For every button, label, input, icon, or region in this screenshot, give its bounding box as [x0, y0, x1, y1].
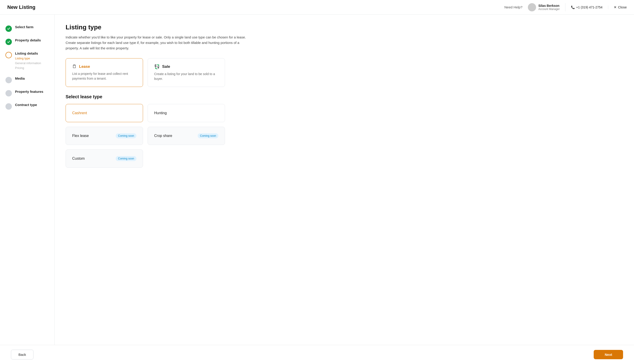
lease-type-card-hunting[interactable]: Hunting — [148, 104, 225, 122]
sidebar-item-select-farm-label: Select farm — [15, 25, 49, 29]
listing-type-cards: 🗒 Lease List a property for lease and co… — [66, 58, 623, 87]
close-icon: ✕ — [614, 5, 617, 9]
next-button[interactable]: Next — [594, 350, 623, 359]
sidebar-item-property-features-label: Property features — [15, 90, 49, 94]
listing-type-description: Indicate whether you'd like to like your… — [66, 34, 248, 51]
lease-icon: 🗒 — [72, 64, 77, 69]
user-role: Account Manager — [538, 8, 560, 11]
flex-lease-coming-soon-badge: Coming soon — [116, 133, 136, 138]
avatar — [528, 3, 536, 12]
sidebar-item-listing-details-content: Listing details Listing type General inf… — [15, 52, 49, 70]
page-title: New Listing — [7, 4, 35, 10]
sidebar-item-listing-details[interactable]: Listing details Listing type General inf… — [0, 48, 55, 73]
cashrent-label: Cashrent — [72, 111, 87, 115]
close-button[interactable]: ✕ Close — [614, 5, 627, 9]
sidebar-item-property-features-content: Property features — [15, 90, 49, 94]
sidebar-item-contract-type-content: Contract type — [15, 103, 49, 107]
lease-type-card-cashrent[interactable]: Cashrent — [66, 104, 143, 122]
phone-icon: 📞 — [571, 6, 575, 9]
sidebar-item-media-content: Media — [15, 76, 49, 80]
lease-card-title: Lease — [79, 64, 90, 69]
sidebar-sub-item-pricing[interactable]: Pricing — [15, 66, 49, 70]
listing-type-heading: Listing type — [66, 24, 623, 31]
user-details: Silas Berkson Account Manager — [538, 4, 560, 11]
phone-number: +1 (319) 471-2754 — [576, 6, 602, 9]
lease-single-row: Custom Coming soon — [66, 150, 623, 168]
close-label: Close — [618, 5, 627, 9]
sidebar-icon-contract-type — [6, 103, 12, 110]
sidebar-item-property-details-label: Property details — [15, 38, 49, 42]
crop-share-label: Crop share — [154, 134, 172, 138]
listing-type-card-sale[interactable]: 💱 Sale Create a listing for your land to… — [148, 58, 225, 87]
hunting-label: Hunting — [154, 111, 167, 115]
crop-share-coming-soon-badge: Coming soon — [198, 133, 218, 138]
sidebar-item-contract-type-label: Contract type — [15, 103, 49, 107]
flex-lease-label: Flex lease — [72, 134, 89, 138]
sidebar-sub-item-general-information[interactable]: General information — [15, 61, 49, 65]
sale-card-title: Sale — [162, 64, 170, 69]
custom-coming-soon-badge: Coming soon — [116, 156, 136, 161]
sidebar-icon-listing-details — [6, 52, 12, 58]
select-lease-type-heading: Select lease type — [66, 94, 623, 100]
header: New Listing Need Help? Silas Berkson Acc… — [0, 0, 634, 14]
sidebar-icon-property-features — [6, 90, 12, 96]
sidebar-sub-items-listing-details: Listing type General information Pricing — [15, 56, 49, 70]
lease-type-card-crop-share: Crop share Coming soon — [148, 127, 225, 145]
sale-icon: 💱 — [154, 64, 160, 70]
user-name: Silas Berkson — [538, 4, 560, 8]
lease-type-card-flex-lease: Flex lease Coming soon — [66, 127, 143, 145]
sidebar-item-property-features[interactable]: Property features — [0, 86, 55, 100]
sidebar-icon-property-details — [6, 39, 12, 45]
sidebar-item-media[interactable]: Media — [0, 73, 55, 86]
sidebar-icon-media — [6, 77, 12, 83]
lease-card-desc: List a property for lease and collect re… — [72, 72, 136, 81]
sidebar-item-listing-details-label: Listing details — [15, 52, 49, 55]
sidebar-icon-select-farm — [6, 26, 12, 32]
sidebar-item-property-details-content: Property details — [15, 38, 49, 42]
sidebar-item-property-details[interactable]: Property details — [0, 35, 55, 48]
sidebar-item-select-farm-content: Select farm — [15, 25, 49, 29]
footer: Back Next — [0, 345, 634, 364]
sidebar-sub-item-listing-type[interactable]: Listing type — [15, 56, 49, 60]
content-area: Listing type Indicate whether you'd like… — [55, 14, 634, 345]
back-button[interactable]: Back — [11, 350, 34, 360]
main-layout: Select farm Property details Listing det… — [0, 14, 634, 345]
lease-card-header: 🗒 Lease — [72, 64, 136, 69]
sidebar: Select farm Property details Listing det… — [0, 14, 55, 345]
phone-info: 📞 +1 (319) 471-2754 — [571, 6, 608, 9]
sale-card-header: 💱 Sale — [154, 64, 218, 70]
user-info: Silas Berkson Account Manager — [528, 3, 565, 12]
custom-label: Custom — [72, 156, 85, 160]
listing-type-card-lease[interactable]: 🗒 Lease List a property for lease and co… — [66, 58, 143, 87]
lease-type-card-custom: Custom Coming soon — [66, 150, 143, 168]
lease-type-grid: Cashrent Hunting Flex lease Coming soon … — [66, 104, 623, 145]
header-right: Need Help? Silas Berkson Account Manager… — [504, 3, 627, 12]
need-help-label: Need Help? — [504, 5, 522, 9]
sidebar-item-select-farm[interactable]: Select farm — [0, 22, 55, 35]
sale-card-desc: Create a listing for your land to be sol… — [154, 72, 218, 81]
sidebar-item-media-label: Media — [15, 76, 49, 80]
sidebar-item-contract-type[interactable]: Contract type — [0, 100, 55, 113]
